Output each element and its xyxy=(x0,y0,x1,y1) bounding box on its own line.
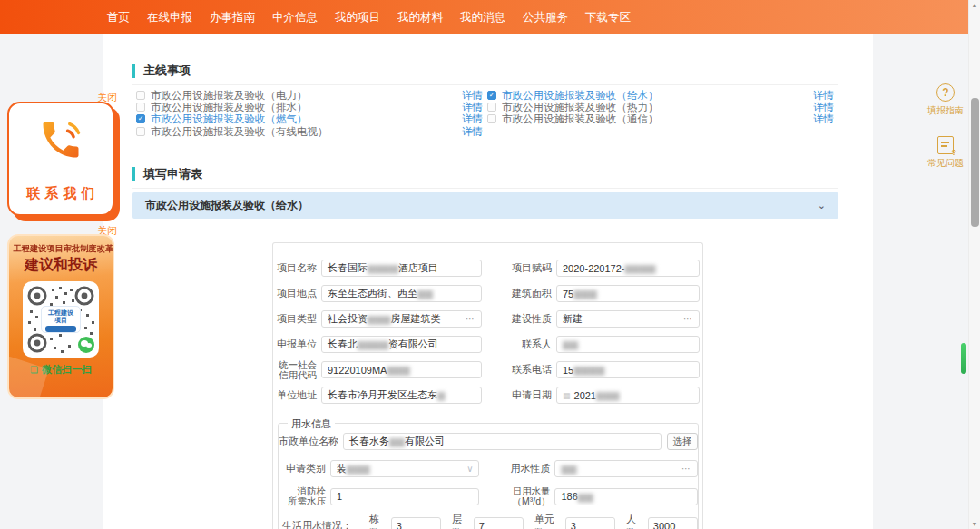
field-text: 1 xyxy=(337,491,342,502)
doc-line xyxy=(941,142,949,143)
complaint-qr-card[interactable]: 工程建设项目审批制度改革 建议和投诉 工程建设 项目 xyxy=(7,234,114,399)
field-input[interactable]: 91220109MA▆▆▆ xyxy=(321,361,482,378)
label-line2: 所需水压 xyxy=(288,495,326,506)
divider xyxy=(132,84,838,85)
watermark-decoration xyxy=(7,355,49,399)
checkbox[interactable]: ✓ xyxy=(487,91,496,100)
daily-usage-input[interactable]: 186▆▆ xyxy=(554,488,698,505)
calendar-icon: ▦ xyxy=(563,391,571,400)
nav-item-在线申报[interactable]: 在线申报 xyxy=(147,10,192,25)
top-navbar: 首页在线申报办事指南中介信息我的项目我的材料我的消息公共服务下载专区 xyxy=(0,0,980,34)
nav-item-公共服务[interactable]: 公共服务 xyxy=(523,10,568,25)
detail-link[interactable]: 详情 xyxy=(462,126,483,137)
scroll-down-arrow[interactable]: ▼ xyxy=(969,521,980,527)
municipal-unit-value: 长春水务▆▆有限公司 xyxy=(349,435,445,448)
scroll-up-arrow[interactable]: ▲ xyxy=(969,2,980,8)
ellipsis-more-icon[interactable]: ⋯ xyxy=(683,314,693,324)
apply-category-select[interactable]: 装▆▆▆ ∨ xyxy=(330,460,479,477)
detail-link[interactable]: 详情 xyxy=(813,113,834,124)
checkbox[interactable] xyxy=(487,103,496,112)
detail-link[interactable]: 详情 xyxy=(462,90,483,101)
field-text: 酒店项目 xyxy=(398,261,438,275)
checkbox[interactable] xyxy=(136,103,145,112)
scrollbar-track[interactable]: ▲ ▼ xyxy=(968,0,980,529)
field-input[interactable]: 75▆▆▆ xyxy=(556,285,700,302)
detail-link[interactable]: 详情 xyxy=(813,102,834,113)
field-input[interactable]: 长春市净月开发区生态东▆ xyxy=(321,387,482,404)
field-label: 申报单位 xyxy=(273,339,317,349)
field-text: 2021 xyxy=(574,390,596,401)
question-circle-icon: ? xyxy=(936,83,955,102)
form-row: 单位地址长春市净月开发区生态东▆申请日期▦2021▆▆▆ xyxy=(273,387,702,404)
hydrant-pressure-input[interactable]: 1 xyxy=(330,488,479,505)
checkbox[interactable] xyxy=(136,91,145,100)
field-label: 单位地址 xyxy=(273,390,317,400)
complaint-title-line2: 建议和投诉 xyxy=(9,256,113,275)
redacted-text: ▆▆▆ xyxy=(368,313,390,325)
qr-code: 工程建设 项目 xyxy=(23,281,99,358)
nav-item-首页[interactable]: 首页 xyxy=(107,10,130,25)
field-input[interactable]: 社会投资▆▆▆房屋建筑类⋯ xyxy=(321,310,482,328)
checkbox[interactable] xyxy=(487,114,496,123)
water-nature-input[interactable]: ▆▆ ⋯ xyxy=(554,460,698,477)
nav-item-下载专区[interactable]: 下载专区 xyxy=(585,10,631,25)
matter-label: 市政公用设施报装及验收（排水） xyxy=(151,102,462,113)
redacted-text: ▆▆ xyxy=(417,288,433,299)
detail-link[interactable]: 详情 xyxy=(462,113,483,124)
hydrant-pressure-label: 消防栓 所需水压 xyxy=(279,486,326,506)
living-field-input-2[interactable]: 3 xyxy=(565,517,615,529)
living-field-input-1[interactable]: 7 xyxy=(474,517,524,529)
redacted-text: ▆▆▆ xyxy=(387,364,409,376)
redacted-text: ▆▆▆ xyxy=(573,288,596,299)
wechat-bubble xyxy=(86,343,92,348)
chevron-down-icon[interactable]: ∨ xyxy=(466,464,473,474)
section-accent-bar xyxy=(132,64,135,78)
daily-usage-label: 日用水量 （M³/d） xyxy=(486,486,550,506)
redacted-text: ▆▆▆▆ xyxy=(368,262,398,274)
form-row: 项目地点东至生态西街、西至▆▆建筑面积75▆▆▆ xyxy=(273,285,702,302)
complaint-title-line1: 工程建设项目审批制度改革 xyxy=(14,243,109,255)
ellipsis-more-icon[interactable]: ⋯ xyxy=(681,464,691,474)
field-text: 长春北 xyxy=(328,338,358,351)
field-input[interactable]: 长春国际▆▆▆▆酒店项目 xyxy=(321,260,482,277)
chevron-down-icon[interactable]: ⌄ xyxy=(818,200,826,211)
select-button[interactable]: 选择 xyxy=(667,433,698,450)
checkbox[interactable] xyxy=(136,127,145,136)
apply-section-header: 填写申请表 xyxy=(132,166,202,182)
scrollbar-thumb[interactable] xyxy=(971,98,979,227)
nav-item-办事指南[interactable]: 办事指南 xyxy=(210,10,255,25)
form-row: 统一社会信用代码91220109MA▆▆▆联系电话15▆▆▆▆ xyxy=(273,361,702,378)
municipal-unit-input[interactable]: 长春水务▆▆有限公司 xyxy=(343,433,662,450)
redacted-text: ▆▆▆ xyxy=(347,463,369,474)
nav-item-我的材料[interactable]: 我的材料 xyxy=(397,10,443,25)
ellipsis-more-icon[interactable]: ⋯ xyxy=(466,314,475,324)
detail-link[interactable]: 详情 xyxy=(462,102,483,113)
field-text: 资有限公司 xyxy=(388,338,438,351)
field-input[interactable]: 长春北▆▆▆▆资有限公司 xyxy=(321,336,482,353)
field-text: 长春市净月开发区生态东 xyxy=(328,388,437,402)
living-field-input-3[interactable]: 3000 xyxy=(648,517,698,529)
inner-scrollbar-thumb[interactable] xyxy=(961,343,966,374)
field-input[interactable]: ▆▆ xyxy=(556,336,700,353)
nav-item-中介信息[interactable]: 中介信息 xyxy=(272,10,318,25)
detail-link[interactable]: 详情 xyxy=(813,90,834,101)
field-input[interactable]: 15▆▆▆▆ xyxy=(556,361,700,378)
nav-item-我的消息[interactable]: 我的消息 xyxy=(460,10,505,25)
checkbox[interactable]: ✓ xyxy=(136,114,145,123)
matter-row: 市政公用设施报装及验收（排水）详情 xyxy=(136,101,483,113)
living-field-input-0[interactable]: 3 xyxy=(391,517,441,529)
field-label: 联系人 xyxy=(493,339,552,349)
contact-us-label: 联系我们 xyxy=(9,185,113,202)
nav-item-我的项目[interactable]: 我的项目 xyxy=(335,10,380,25)
matter-row: 市政公用设施报装及验收（有线电视）详情 xyxy=(136,125,483,137)
field-input[interactable]: ▦2021▆▆▆ xyxy=(556,387,700,404)
daily-usage-value: 186▆▆ xyxy=(561,491,593,503)
water-supply-accordion[interactable]: 市政公用设施报装及验收（给水） ⌄ xyxy=(132,192,838,219)
field-input[interactable]: 2020-220172-▆▆▆▆ xyxy=(556,260,700,277)
field-text: 186 xyxy=(561,491,577,502)
field-input[interactable]: 东至生态西街、西至▆▆ xyxy=(321,285,482,302)
apply-category-value: 装▆▆▆ xyxy=(337,462,369,475)
contact-us-card[interactable]: 联系我们 xyxy=(7,102,114,216)
redacted-text: ▆▆ xyxy=(389,436,405,446)
field-input[interactable]: 新建⋯ xyxy=(556,310,700,328)
